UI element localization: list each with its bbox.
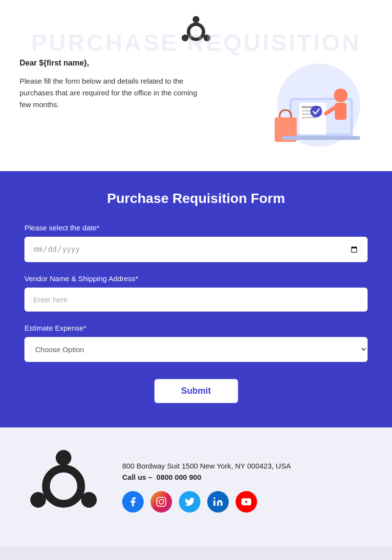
svg-point-27	[163, 499, 164, 500]
linkedin-icon[interactable]	[207, 491, 229, 513]
svg-rect-28	[214, 500, 216, 506]
youtube-icon[interactable]	[236, 491, 257, 513]
svg-rect-20	[282, 136, 360, 140]
expense-select[interactable]: Choose Option Less than $500 $500 - $100…	[24, 337, 368, 362]
date-label: Please select the date*	[24, 224, 368, 232]
expense-form-group: Estimate Expense* Choose Option Less tha…	[24, 324, 368, 362]
footer-address: 800 Bordway Suit 1500 New York, NY 00042…	[122, 462, 368, 470]
form-title: Purchase Requisition Form	[24, 191, 368, 206]
logo-container	[20, 15, 372, 49]
svg-rect-17	[335, 103, 347, 120]
phone-number: 0800 000 900	[156, 473, 201, 481]
date-form-group: Please select the date*	[24, 224, 368, 262]
submit-button[interactable]: Submit	[154, 379, 238, 403]
svg-line-5	[187, 36, 189, 36]
instagram-icon[interactable]	[151, 491, 172, 513]
date-input[interactable]	[24, 237, 368, 262]
header-section: PURCHASE REQUISITION Dear ${first na	[0, 0, 392, 171]
svg-point-26	[159, 499, 163, 504]
svg-point-16	[334, 89, 348, 102]
page-wrapper: PURCHASE REQUISITION Dear ${first na	[0, 0, 392, 547]
vendor-label: Vendor Name & Shipping Address*	[24, 274, 368, 283]
social-icons-row	[122, 491, 368, 513]
svg-point-15	[310, 106, 322, 117]
svg-point-29	[214, 497, 216, 499]
footer-call: Call us – 0800 000 900	[122, 473, 368, 481]
svg-rect-14	[302, 117, 316, 118]
svg-line-6	[203, 36, 205, 36]
footer-logo-container	[24, 447, 103, 527]
dear-text: Dear ${first name},	[20, 59, 205, 67]
ubuntu-logo-icon	[179, 15, 213, 49]
svg-point-24	[81, 492, 97, 508]
facebook-icon[interactable]	[122, 491, 144, 513]
svg-point-1	[193, 16, 199, 23]
submit-btn-wrapper: Submit	[24, 379, 368, 403]
form-section: Purchase Requisition Form Please select …	[0, 171, 392, 427]
header-text-block: Dear ${first name}, Please fill the form…	[20, 59, 205, 111]
footer-section: 800 Bordway Suit 1500 New York, NY 00042…	[0, 427, 392, 547]
svg-rect-25	[157, 497, 166, 506]
svg-point-0	[189, 24, 204, 40]
vendor-form-group: Vendor Name & Shipping Address*	[24, 274, 368, 312]
svg-point-23	[30, 492, 46, 508]
call-prefix: Call us –	[122, 473, 152, 481]
svg-point-21	[46, 469, 81, 504]
date-input-wrapper	[24, 237, 368, 262]
expense-label: Estimate Expense*	[24, 324, 368, 332]
footer-info: 800 Bordway Suit 1500 New York, NY 00042…	[122, 462, 368, 513]
twitter-icon[interactable]	[179, 491, 200, 513]
header-illustration	[260, 59, 372, 152]
svg-point-22	[56, 450, 71, 466]
vendor-input[interactable]	[24, 288, 368, 312]
footer-ubuntu-logo-icon	[24, 447, 103, 525]
header-content: Dear ${first name}, Please fill the form…	[20, 59, 372, 152]
intro-text: Please fill the form below and details r…	[20, 75, 205, 111]
